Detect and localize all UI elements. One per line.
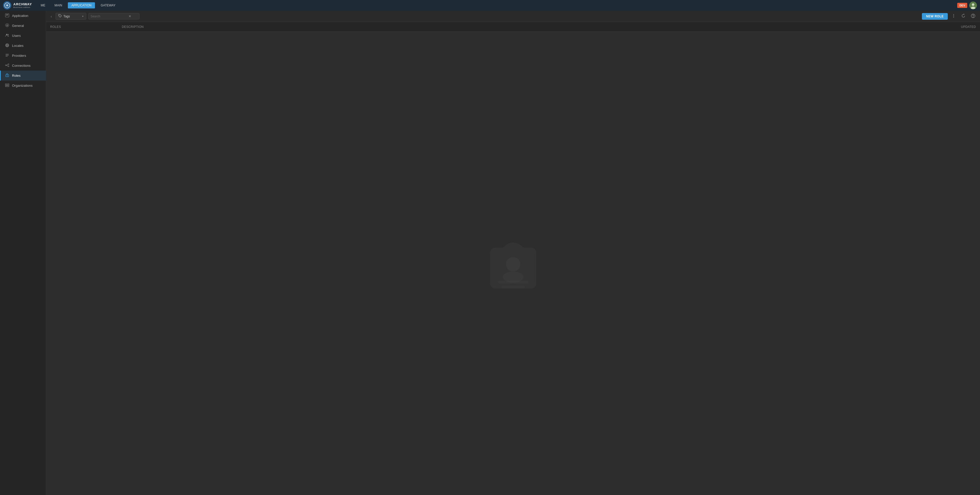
logo-text: ARCHWAY Business edition xyxy=(13,2,32,8)
content-header: ‹ Tags ▾ ✕ NEW ROLE xyxy=(46,11,980,22)
svg-point-38 xyxy=(973,17,974,17)
logo-icon xyxy=(3,1,11,10)
svg-rect-26 xyxy=(5,84,9,87)
nav-main-button[interactable]: MAIN xyxy=(51,2,66,8)
app-title: ARCHWAY xyxy=(13,2,32,6)
empty-state xyxy=(46,32,980,495)
app-subtitle: Business edition xyxy=(13,6,32,8)
sidebar-item-general-label: General xyxy=(12,24,24,28)
svg-rect-42 xyxy=(498,281,528,284)
svg-point-9 xyxy=(6,34,8,35)
svg-point-10 xyxy=(8,34,9,35)
sidebar-item-locales[interactable]: Locales xyxy=(0,41,46,51)
top-navigation: ARCHWAY Business edition ME MAIN APPLICA… xyxy=(0,0,980,11)
content-area: ‹ Tags ▾ ✕ NEW ROLE xyxy=(46,11,980,495)
svg-rect-27 xyxy=(6,84,6,85)
avatar[interactable] xyxy=(969,2,977,9)
roles-icon xyxy=(5,73,10,78)
svg-rect-30 xyxy=(7,86,8,86)
sidebar-item-users[interactable]: Users xyxy=(0,31,46,41)
search-input[interactable] xyxy=(91,14,126,18)
more-options-button[interactable] xyxy=(950,13,958,20)
svg-rect-43 xyxy=(502,286,525,288)
col-header-roles: Roles xyxy=(50,25,122,29)
col-header-description: Description xyxy=(122,25,935,29)
svg-rect-7 xyxy=(6,14,8,15)
svg-rect-28 xyxy=(6,86,6,86)
collapse-sidebar-button[interactable]: ‹ xyxy=(49,13,54,19)
sidebar-item-application[interactable]: Application xyxy=(0,11,46,21)
main-layout: Application General Users xyxy=(0,11,980,495)
svg-point-40 xyxy=(506,257,520,271)
nav-right-area: DEV xyxy=(957,2,977,9)
svg-point-21 xyxy=(8,66,9,67)
help-button[interactable] xyxy=(969,13,977,20)
tag-icon xyxy=(58,14,62,18)
svg-point-35 xyxy=(953,15,954,16)
col-header-updated: Updated xyxy=(935,25,976,29)
sidebar-item-roles-label: Roles xyxy=(12,74,21,78)
nav-gateway-button[interactable]: GATEWAY xyxy=(97,2,119,8)
svg-rect-18 xyxy=(6,56,8,57)
svg-point-4 xyxy=(972,3,974,6)
svg-point-33 xyxy=(59,15,60,15)
empty-state-icon xyxy=(477,227,549,300)
refresh-button[interactable] xyxy=(959,13,967,20)
tags-label: Tags xyxy=(64,14,70,18)
svg-point-19 xyxy=(5,65,6,66)
svg-rect-17 xyxy=(6,55,9,56)
home-icon xyxy=(5,13,10,18)
chevron-down-icon: ▾ xyxy=(82,15,83,17)
nav-me-button[interactable]: ME xyxy=(37,2,49,8)
gear-icon xyxy=(5,23,10,28)
search-box: ✕ xyxy=(88,13,140,19)
logo-area: ARCHWAY Business edition xyxy=(3,1,32,10)
svg-point-36 xyxy=(953,17,954,17)
svg-line-22 xyxy=(6,65,8,65)
svg-point-20 xyxy=(8,64,9,65)
users-icon xyxy=(5,33,10,38)
sidebar-item-providers-label: Providers xyxy=(12,54,26,57)
table-header: Roles Description Updated xyxy=(46,22,980,32)
sidebar-item-users-label: Users xyxy=(12,34,21,38)
sidebar-item-general[interactable]: General xyxy=(0,21,46,31)
svg-rect-29 xyxy=(7,84,8,85)
organizations-icon xyxy=(5,83,10,88)
sidebar-item-organizations-label: Organizations xyxy=(12,84,32,87)
sidebar-item-organizations[interactable]: Organizations xyxy=(0,81,46,90)
svg-rect-16 xyxy=(6,54,9,54)
sidebar-item-connections-label: Connections xyxy=(12,64,30,68)
search-clear-button[interactable]: ✕ xyxy=(128,14,132,18)
sidebar-item-locales-label: Locales xyxy=(12,44,24,48)
new-role-button[interactable]: NEW ROLE xyxy=(922,13,948,20)
dev-badge: DEV xyxy=(957,3,967,8)
tags-dropdown[interactable]: Tags ▾ xyxy=(56,13,86,20)
svg-rect-8 xyxy=(6,15,8,16)
sidebar-item-providers[interactable]: Providers xyxy=(0,51,46,60)
globe-icon xyxy=(5,43,10,48)
connections-icon xyxy=(5,63,10,68)
nav-application-button[interactable]: APPLICATION xyxy=(68,2,95,8)
svg-point-2 xyxy=(6,5,8,6)
svg-rect-31 xyxy=(8,84,8,85)
sidebar-item-application-label: Application xyxy=(12,14,29,17)
sidebar-item-roles[interactable]: Roles xyxy=(0,71,46,81)
sidebar-item-connections[interactable]: Connections xyxy=(0,60,46,71)
providers-icon xyxy=(5,53,10,58)
sidebar: Application General Users xyxy=(0,11,46,495)
svg-point-34 xyxy=(953,14,954,15)
svg-rect-32 xyxy=(8,86,8,86)
svg-line-23 xyxy=(6,65,8,66)
svg-point-25 xyxy=(7,75,8,76)
